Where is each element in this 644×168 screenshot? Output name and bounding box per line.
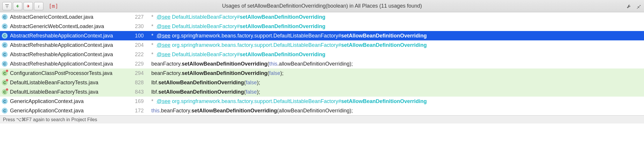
- usage-row[interactable]: CAbstractRefreshableApplicationContext.j…: [0, 31, 644, 40]
- file-name: DefaultListableBeanFactoryTests.java: [10, 89, 127, 95]
- line-number: 100: [127, 33, 144, 39]
- usage-row[interactable]: CAbstractGenericWebContextLoader.java230…: [0, 22, 644, 31]
- status-hint: Press ⌥⌘F7 again to search in Project Fi…: [3, 117, 97, 122]
- arrow-return-left-icon: [15, 4, 20, 9]
- file-name: DefaultListableBeanFactoryTests.java: [10, 80, 127, 86]
- info-icon: i: [36, 4, 41, 9]
- usage-row[interactable]: CAbstractRefreshableApplicationContext.j…: [0, 50, 644, 59]
- class-file-icon: C: [2, 89, 8, 95]
- code-snippet: * @see org.springframework.beans.factory…: [151, 33, 427, 39]
- line-number: 172: [127, 108, 144, 114]
- code-snippet: lbf.setAllowBeanDefinitionOverriding(fal…: [151, 89, 260, 95]
- code-snippet: * @see org.springframework.beans.factory…: [151, 42, 427, 48]
- file-name: ConfigurationClassPostProcessorTests.jav…: [10, 70, 127, 76]
- file-name: AbstractRefreshableApplicationContext.ja…: [10, 52, 127, 58]
- code-snippet: * @see DefaultListableBeanFactory#setAll…: [151, 23, 326, 30]
- usage-row[interactable]: CDefaultListableBeanFactoryTests.java828…: [0, 78, 644, 87]
- scope-indicator: [m]: [49, 3, 58, 9]
- usage-row[interactable]: CGenericApplicationContext.java169* @see…: [0, 97, 644, 106]
- class-file-icon: C: [2, 98, 8, 104]
- file-name: AbstractGenericContextLoader.java: [10, 14, 127, 20]
- usage-row[interactable]: CDefaultListableBeanFactoryTests.java843…: [0, 87, 644, 97]
- prev-occurrence-button[interactable]: [13, 2, 22, 10]
- class-file-icon: C: [2, 14, 8, 20]
- next-occurrence-button[interactable]: [23, 2, 33, 10]
- code-snippet: lbf.setAllowBeanDefinitionOverriding(fal…: [151, 80, 260, 86]
- line-number: 222: [127, 52, 144, 58]
- class-file-icon: C: [2, 42, 8, 48]
- pin-icon[interactable]: [635, 3, 642, 9]
- line-number: 229: [127, 61, 144, 67]
- code-snippet: * @see org.springframework.beans.factory…: [151, 98, 427, 104]
- info-button[interactable]: i: [34, 2, 43, 10]
- file-name: AbstractGenericWebContextLoader.java: [10, 23, 127, 30]
- toolbar: i [m] Usages of setAllowBeanDefinitionOv…: [0, 0, 644, 12]
- line-number: 828: [127, 80, 144, 86]
- code-snippet: * @see DefaultListableBeanFactory#setAll…: [151, 52, 326, 58]
- class-file-icon: C: [2, 61, 8, 67]
- usage-row[interactable]: CConfigurationClassPostProcessorTests.ja…: [0, 68, 644, 78]
- class-file-icon: C: [2, 70, 8, 76]
- panel-title: Usages of setAllowBeanDefinitionOverridi…: [0, 3, 644, 9]
- class-file-icon: C: [2, 80, 8, 85]
- line-number: 227: [127, 14, 144, 20]
- line-number: 204: [127, 42, 144, 48]
- line-number: 230: [127, 23, 144, 30]
- usages-list: CAbstractGenericContextLoader.java227* @…: [0, 12, 644, 115]
- class-file-icon: C: [2, 23, 8, 29]
- code-snippet: this.beanFactory.setAllowBeanDefinitionO…: [151, 108, 353, 114]
- class-file-icon: C: [2, 33, 8, 39]
- usage-row[interactable]: CGenericApplicationContext.java172this.b…: [0, 106, 644, 115]
- line-number: 294: [127, 70, 144, 76]
- wrench-icon[interactable]: [626, 3, 632, 9]
- file-name: AbstractRefreshableApplicationContext.ja…: [10, 61, 127, 67]
- svg-text:i: i: [38, 4, 39, 8]
- arrow-return-right-icon: [26, 4, 31, 9]
- line-number: 169: [127, 98, 144, 104]
- file-name: AbstractRefreshableApplicationContext.ja…: [10, 33, 127, 39]
- filter-settings-icon: [4, 4, 10, 9]
- class-file-icon: C: [2, 52, 8, 57]
- usage-row[interactable]: CAbstractRefreshableApplicationContext.j…: [0, 59, 644, 68]
- file-name: GenericApplicationContext.java: [10, 108, 127, 114]
- status-bar: Press ⌥⌘F7 again to search in Project Fi…: [0, 115, 644, 124]
- right-tools: [626, 3, 642, 9]
- code-snippet: beanFactory.setAllowBeanDefinitionOverri…: [151, 70, 284, 76]
- settings-button[interactable]: [2, 2, 12, 10]
- usage-row[interactable]: CAbstractRefreshableApplicationContext.j…: [0, 40, 644, 50]
- file-name: AbstractRefreshableApplicationContext.ja…: [10, 42, 127, 48]
- code-snippet: * @see DefaultListableBeanFactory#setAll…: [151, 14, 326, 20]
- class-file-icon: C: [2, 108, 8, 114]
- file-name: GenericApplicationContext.java: [10, 98, 127, 104]
- line-number: 843: [127, 89, 144, 95]
- code-snippet: beanFactory.setAllowBeanDefinitionOverri…: [151, 61, 353, 67]
- usage-row[interactable]: CAbstractGenericContextLoader.java227* @…: [0, 12, 644, 22]
